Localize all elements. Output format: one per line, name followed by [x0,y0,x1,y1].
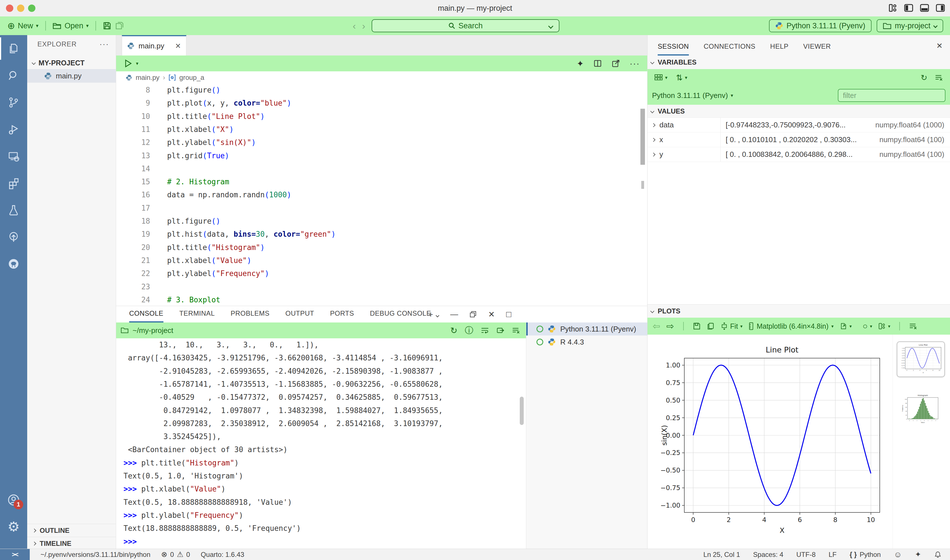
python-path-status[interactable]: ~/.pyenv/versions/3.11.11/bin/python [40,551,150,558]
navigate-back-icon[interactable]: ‹ [353,20,356,31]
code-line[interactable]: 20 plt.title("Histogram") [116,243,647,256]
plot-thumbnail-histogram[interactable]: Histogram020406080100-4-3-2-10123ValueFr… [901,394,940,426]
indentation-status[interactable]: Spaces: 4 [753,551,784,558]
word-wrap-icon[interactable] [481,327,489,334]
sidebar-item-explorer[interactable] [0,35,27,62]
feedback-smiley-icon[interactable]: ☺ [894,550,902,559]
next-plot-icon[interactable]: ⇨ [667,321,674,332]
session-item[interactable]: R 4.4.3 [526,335,647,349]
zoom-plot-button[interactable]: ○▾ [862,322,872,331]
code-line[interactable]: 10 plt.title("Line Plot") [116,112,647,125]
run-file-button[interactable] [123,58,132,68]
sidebar-item-source-control[interactable] [0,89,27,116]
encoding-status[interactable]: UTF-8 [796,551,816,558]
code-line[interactable]: 13 plt.grid(True) [116,151,647,165]
code-line[interactable]: 14 [116,165,647,177]
more-actions-icon[interactable]: ··· [99,40,109,49]
outline-section[interactable]: OUTLINE [27,524,116,537]
file-item-main-py[interactable]: main.py [27,69,116,83]
settings-button[interactable]: ⚙ [0,513,27,540]
line-plot-figure[interactable]: 0246810−1.00−0.75−0.50−0.250.000.250.500… [660,337,890,535]
copy-plot-icon[interactable] [707,322,714,330]
toggle-left-panel-icon[interactable] [904,3,913,12]
session-item[interactable]: Python 3.11.11 (Pyenv) [526,323,647,335]
variables-filter-input[interactable] [838,89,945,102]
variable-row[interactable]: data [-0.97448233,-0.75009923,-0.9076...… [648,118,950,132]
language-mode-status[interactable]: { } Python [850,551,881,558]
expand-variable-icon[interactable] [651,152,656,156]
save-plot-icon[interactable] [693,322,701,330]
plot-size-button[interactable]: Matplotlib (6.4in×4.8in) ▾ [748,322,834,331]
breadcrumb-file[interactable]: main.py [135,74,160,82]
info-icon[interactable]: ⓘ [465,325,473,336]
console-output[interactable]: 13., 10., 3., 3., 0., 1.]), array([-4.16… [116,338,526,549]
problems-status[interactable]: ⊗0 ⚠0 [161,550,190,559]
variables-section-header[interactable]: VARIABLES [648,55,950,69]
save-icon[interactable] [103,22,111,30]
panel-tab[interactable]: TERMINAL [179,309,215,323]
panel-tab[interactable]: PORTS [330,309,354,323]
variable-row[interactable]: y [ 0. , 0.10083842, 0.20064886, 0.298..… [648,147,950,162]
open-button[interactable]: Open ▾ [53,22,89,30]
code-line[interactable]: 22 plt.ylabel("Frequency") [116,269,647,282]
cursor-position-status[interactable]: Ln 25, Col 1 [703,551,740,558]
code-line[interactable]: 21 plt.xlabel("Value") [116,256,647,269]
new-button[interactable]: ⊕ New ▾ [8,21,38,30]
close-panel-icon[interactable]: ✕ [936,42,942,51]
sidebar-item-github[interactable] [0,250,27,277]
interpreter-selector-button[interactable]: Python 3.11.11 (Pyenv) [769,19,871,32]
clear-variables-icon[interactable] [935,74,943,81]
code-line[interactable]: 19 plt.hist(data, bins=30, color="green"… [116,230,647,243]
minimize-panel-icon[interactable]: — [450,310,458,319]
panel-tab[interactable]: DEBUG CONSOLE [370,309,431,323]
toggle-right-panel-icon[interactable] [936,3,945,12]
sidebar-item-remote-explorer[interactable] [0,143,27,169]
clear-plots-icon[interactable] [909,323,918,330]
tab-main-py[interactable]: main.py ✕ [122,35,186,55]
panel-tab[interactable]: PROBLEMS [231,309,269,323]
move-to-editor-icon[interactable] [497,327,505,334]
editor-scrollbar[interactable] [641,109,645,165]
right-panel-tab[interactable]: HELP [770,43,788,55]
breadcrumb-symbol[interactable]: group_a [179,74,204,82]
sparkle-ai-icon[interactable]: ✦ [577,58,584,69]
maximize-panel-icon[interactable]: □ [506,309,511,319]
export-plot-button[interactable]: ▾ [840,322,852,330]
sidebar-item-extensions[interactable] [0,169,27,197]
variable-row[interactable]: x [ 0. , 0.1010101 , 0.2020202 , 0.30303… [648,132,950,147]
right-panel-tab[interactable]: CONNECTIONS [704,43,755,55]
code-line[interactable]: 16 data = np.random.randn(1000) [116,191,647,203]
code-line[interactable]: 9 plt.plot(x, y, color="blue") [116,99,647,112]
refresh-variables-icon[interactable]: ↻ [921,73,927,82]
right-panel-tab[interactable]: VIEWER [803,43,831,55]
working-directory-label[interactable]: ~/my-project [132,326,173,335]
code-line[interactable]: 11 plt.xlabel("X") [116,125,647,138]
expand-variable-icon[interactable] [651,138,656,142]
sidebar-item-publish[interactable] [0,223,27,250]
restart-console-icon[interactable]: ↻ [450,326,457,335]
bell-icon[interactable] [934,551,941,558]
panel-tab[interactable]: CONSOLE [129,309,163,323]
account-button[interactable]: 1 [0,486,27,513]
plots-section-header[interactable]: PLOTS [648,305,950,318]
restore-panel-icon[interactable] [469,311,477,318]
right-panel-tab[interactable]: SESSION [658,43,689,55]
code-line[interactable]: 12 plt.ylabel("sin(X)") [116,138,647,151]
sidebar-item-run-debug[interactable] [0,116,27,143]
project-root-folder[interactable]: MY-PROJECT [27,57,116,69]
previous-plot-icon[interactable]: ⇦ [653,321,660,332]
plot-thumbnail-line-selected[interactable]: Line Plot−1.00−0.75−0.50−0.250.000.250.5… [897,342,945,377]
customize-layout-icon[interactable] [888,3,897,12]
sidebar-item-search[interactable] [0,62,27,89]
quarto-status[interactable]: Quarto: 1.6.43 [201,551,244,558]
sidebar-item-testing[interactable] [0,197,27,223]
sparkle-icon[interactable]: ✦ [915,550,921,559]
project-selector-button[interactable]: my-project [877,19,943,32]
clear-console-icon[interactable] [512,327,520,334]
code-line[interactable]: 24 # 3. Boxplot [116,295,647,306]
close-tab-icon[interactable]: ✕ [175,42,181,50]
split-editor-icon[interactable] [593,59,602,68]
code-line[interactable]: 18 plt.figure() [116,217,647,230]
code-line[interactable]: 15 # 2. Histogram [116,177,647,191]
code-line[interactable]: 8 plt.figure() [116,86,647,99]
